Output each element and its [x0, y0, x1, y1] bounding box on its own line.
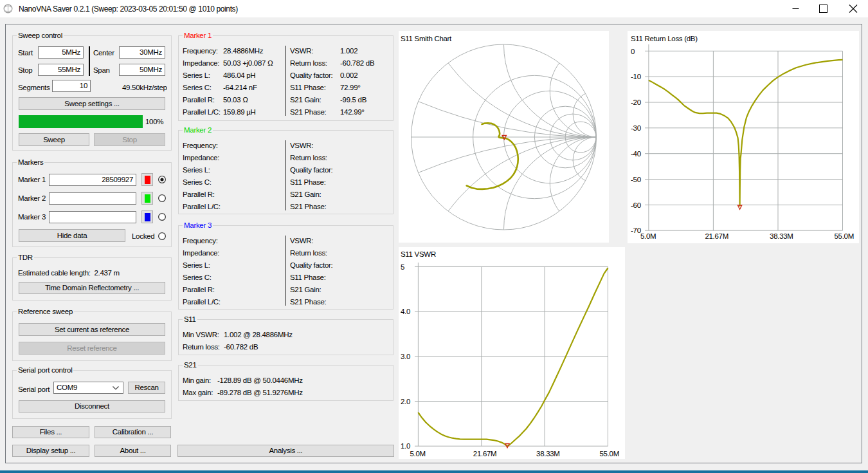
svg-text:5.0M: 5.0M: [640, 232, 656, 240]
svg-text:1.0: 1.0: [401, 442, 410, 450]
svg-text:38.33M: 38.33M: [536, 450, 560, 458]
svg-text:-30: -30: [631, 124, 641, 132]
svg-text:-20: -20: [631, 98, 641, 106]
svg-text:2.0: 2.0: [401, 398, 410, 405]
svg-text:S11 VSWR: S11 VSWR: [401, 250, 436, 258]
svg-text:21.67M: 21.67M: [473, 450, 497, 458]
svg-text:55.0M: 55.0M: [835, 232, 854, 240]
svg-text:3.0: 3.0: [401, 353, 410, 360]
svg-text:38.33M: 38.33M: [770, 232, 793, 240]
svg-text:-70: -70: [631, 227, 641, 234]
svg-text:S11 Return Loss (dB): S11 Return Loss (dB): [631, 35, 698, 42]
svg-text:5: 5: [401, 263, 404, 271]
svg-text:-60: -60: [631, 201, 641, 209]
svg-text:-10: -10: [631, 73, 641, 80]
svg-text:0: 0: [631, 48, 635, 55]
svg-text:5.0M: 5.0M: [410, 450, 425, 458]
svg-text:55.0M: 55.0M: [600, 450, 619, 458]
svg-text:-40: -40: [631, 150, 641, 158]
svg-text:21.67M: 21.67M: [705, 232, 728, 240]
svg-text:S11 Smith Chart: S11 Smith Chart: [401, 35, 452, 42]
svg-text:-50: -50: [631, 176, 641, 183]
svg-text:4.0: 4.0: [401, 308, 410, 315]
